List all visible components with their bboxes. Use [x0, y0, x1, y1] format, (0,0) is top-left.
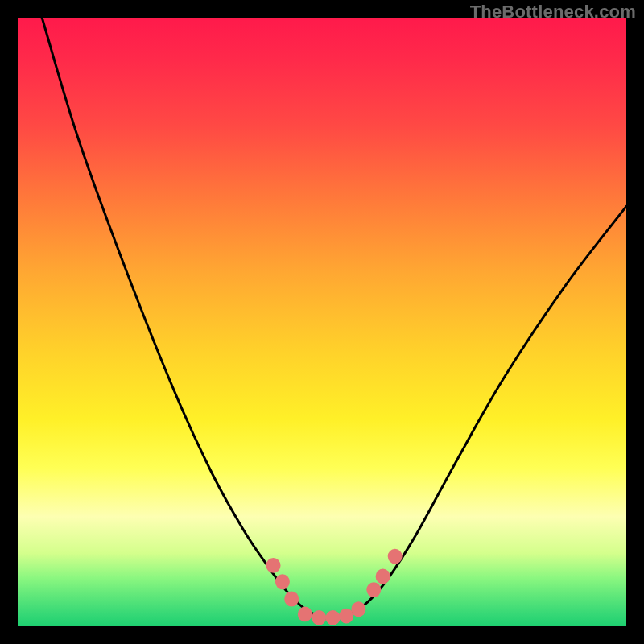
curve-marker — [351, 601, 365, 617]
chart-frame: TheBottleneck.com — [0, 0, 644, 644]
curve-marker — [376, 569, 390, 584]
curve-marker — [312, 610, 326, 625]
plot-area — [18, 18, 626, 626]
curve-marker — [326, 610, 341, 625]
bottleneck-curve — [42, 18, 626, 619]
curve-marker — [388, 549, 402, 564]
curve-marker — [339, 609, 353, 624]
curve-marker — [366, 582, 381, 597]
chart-svg — [18, 18, 626, 626]
curve-marker — [284, 592, 299, 607]
watermark-text: TheBottleneck.com — [470, 2, 636, 23]
curve-marker — [275, 574, 290, 589]
curve-marker — [266, 558, 281, 573]
curve-marker — [298, 606, 312, 621]
